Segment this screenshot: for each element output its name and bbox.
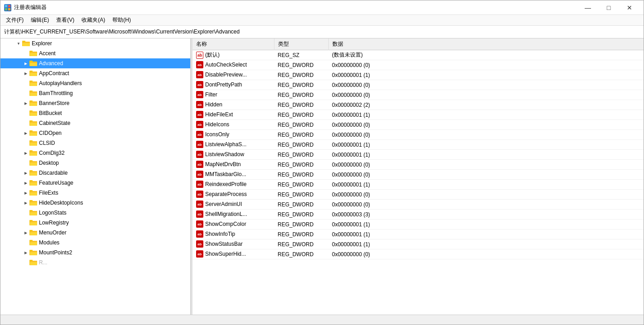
table-row[interactable]: abIconsOnlyREG_DWORD0x00000000 (0) <box>192 130 644 140</box>
expander-icon <box>22 238 29 248</box>
folder-icon <box>29 180 38 186</box>
col-type[interactable]: 类型 <box>274 38 328 50</box>
window-controls: — □ ✕ <box>577 0 640 15</box>
svg-rect-51 <box>30 152 37 153</box>
table-row[interactable]: abListviewAlphaS...REG_DWORD0x00000001 (… <box>192 140 644 150</box>
col-data[interactable]: 数据 <box>328 38 644 50</box>
table-row[interactable]: abHideIconsREG_DWORD0x00000000 (0) <box>192 120 644 130</box>
tree-item-lowregistry[interactable]: LowRegistry <box>0 218 190 228</box>
cell-type: REG_DWORD <box>274 239 328 249</box>
details-panel[interactable]: 名称 类型 数据 ab(默认)REG_SZ(数值未设置)abAutoCheckS… <box>192 38 644 315</box>
cell-type: REG_DWORD <box>274 60 328 70</box>
menu-favorites[interactable]: 收藏夹(A) <box>78 15 109 25</box>
table-row[interactable]: abShellMigrationL...REG_DWORD0x00000003 … <box>192 210 644 220</box>
table-row[interactable]: abSeparateProcessREG_DWORD0x00000000 (0) <box>192 190 644 200</box>
svg-text:ab: ab <box>197 73 202 77</box>
menu-help[interactable]: 帮助(H) <box>109 15 135 25</box>
table-row[interactable]: abListviewShadowREG_DWORD0x00000001 (1) <box>192 150 644 160</box>
tree-item-cabinetstate[interactable]: CabinetState <box>0 118 190 128</box>
tree-item-more[interactable]: R... <box>0 258 190 268</box>
tree-item-accent[interactable]: Accent <box>0 48 190 58</box>
svg-rect-55 <box>30 162 37 162</box>
tree-item-featureusage[interactable]: ▶ FeatureUsage <box>0 178 190 188</box>
tree-item-autoplayhandlers[interactable]: AutoplayHandlers <box>0 78 190 88</box>
tree-item-explorer[interactable]: ▼ Explorer <box>0 38 190 48</box>
tree-item-mountpoints2[interactable]: ▶ MountPoints2 <box>0 248 190 258</box>
minimize-button[interactable]: — <box>577 0 598 15</box>
cell-data: 0x00000000 (0) <box>328 80 644 90</box>
table-row[interactable]: abReindexedProfileREG_DWORD0x00000001 (1… <box>192 180 644 190</box>
tree-panel[interactable]: ▼ Explorer Accent▶ Advanced▶ AppContract… <box>0 38 191 315</box>
dword-icon: ab <box>196 230 203 238</box>
tree-item-logonstats[interactable]: LogonStats <box>0 208 190 218</box>
menu-edit[interactable]: 编辑(E) <box>27 15 53 25</box>
cell-name: abListviewShadow <box>192 150 274 160</box>
value-name: ShowCompColor <box>205 221 246 227</box>
close-button[interactable]: ✕ <box>619 0 640 15</box>
tree-item-clsid[interactable]: CLSID <box>0 138 190 148</box>
expander-placeholder <box>22 258 29 268</box>
maximize-button[interactable]: □ <box>598 0 619 15</box>
col-name[interactable]: 名称 <box>192 38 274 50</box>
menu-file[interactable]: 文件(F) <box>2 15 27 25</box>
menu-view[interactable]: 查看(V) <box>53 15 78 25</box>
tree-item-modules[interactable]: Modules <box>0 238 190 248</box>
svg-rect-11 <box>30 52 37 53</box>
cell-type: REG_DWORD <box>274 90 328 100</box>
table-row[interactable]: abMMTaskbarGlo...REG_DWORD0x00000000 (0) <box>192 170 644 180</box>
cell-name: abMapNetDrvBtn <box>192 160 274 170</box>
tree-item-bamthrottling[interactable]: BamThrottling <box>0 88 190 98</box>
tree-item-advanced[interactable]: ▶ Advanced <box>0 58 190 68</box>
dword-icon: ab <box>196 240 203 248</box>
cell-type: REG_DWORD <box>274 229 328 239</box>
cell-data: 0x00000003 (3) <box>328 210 644 220</box>
table-row[interactable]: abDontPrettyPathREG_DWORD0x00000000 (0) <box>192 80 644 90</box>
reg-type-icon: abIconsOnly <box>196 131 229 138</box>
tree-item-label: HideDesktopIcons <box>39 200 83 206</box>
folder-icon <box>29 100 38 106</box>
svg-rect-75 <box>30 211 37 212</box>
table-row[interactable]: abShowStatusBarREG_DWORD0x00000001 (1) <box>192 239 644 249</box>
table-row[interactable]: abHideFileExtREG_DWORD0x00000001 (1) <box>192 110 644 120</box>
tree-item-menuorder[interactable]: ▶ MenuOrder <box>0 228 190 238</box>
table-row[interactable]: abFilterREG_DWORD0x00000000 (0) <box>192 90 644 100</box>
table-row[interactable]: abHiddenREG_DWORD0x00000002 (2) <box>192 100 644 110</box>
svg-rect-39 <box>30 122 37 123</box>
dword-icon: ab <box>196 91 203 98</box>
table-row[interactable]: abShowSuperHid...REG_DWORD0x00000000 (0) <box>192 249 644 259</box>
reg-type-icon: abDisablePreview... <box>196 71 247 78</box>
tree-item-label: Accent <box>39 50 56 57</box>
folder-icon <box>29 160 38 166</box>
tree-item-hidedesktopicons[interactable]: ▶ HideDesktopIcons <box>0 198 190 208</box>
tree-item-bannerstore[interactable]: ▶ BannerStore <box>0 98 190 108</box>
cell-name: abHideIcons <box>192 120 274 130</box>
tree-item-desktop[interactable]: Desktop <box>0 158 190 168</box>
reg-type-icon: abShowInfoTip <box>196 230 235 238</box>
tree-item-appcontract[interactable]: ▶ AppContract <box>0 68 190 78</box>
tree-item-label: CabinetState <box>39 120 70 126</box>
value-name: ListviewAlphaS... <box>205 141 246 148</box>
tree-item-cidopen[interactable]: ▶ CIDOpen <box>0 128 190 138</box>
cell-type: REG_DWORD <box>274 170 328 180</box>
dword-icon: ab <box>196 220 203 228</box>
table-row[interactable]: abDisablePreview...REG_DWORD0x00000001 (… <box>192 70 644 80</box>
table-row[interactable]: abServerAdminUIREG_DWORD0x00000000 (0) <box>192 200 644 210</box>
tree-item-label: BamThrottling <box>39 90 73 96</box>
table-row[interactable]: abMapNetDrvBtnREG_DWORD0x00000000 (0) <box>192 160 644 170</box>
svg-text:ab: ab <box>197 222 202 226</box>
table-row[interactable]: abShowCompColorREG_DWORD0x00000001 (1) <box>192 220 644 229</box>
svg-rect-2 <box>5 8 7 10</box>
svg-text:ab: ab <box>197 143 202 147</box>
tree-item-comdlg32[interactable]: ▶ ComDlg32 <box>0 148 190 158</box>
svg-text:ab: ab <box>197 162 202 167</box>
tree-item-fileexts[interactable]: ▶ FileExts <box>0 188 190 198</box>
cell-name: abShowSuperHid... <box>192 249 274 259</box>
table-row[interactable]: ab(默认)REG_SZ(数值未设置) <box>192 50 644 60</box>
table-row[interactable]: abShowInfoTipREG_DWORD0x00000001 (1) <box>192 229 644 239</box>
tree-item-bitbucket[interactable]: BitBucket <box>0 108 190 118</box>
table-row[interactable]: abAutoCheckSelectREG_DWORD0x00000000 (0) <box>192 60 644 70</box>
app-icon <box>4 4 11 11</box>
value-name: MMTaskbarGlo... <box>205 171 246 177</box>
tree-item-discardable[interactable]: ▶ Discardable <box>0 168 190 178</box>
reg-type-icon: abSeparateProcess <box>196 191 247 198</box>
